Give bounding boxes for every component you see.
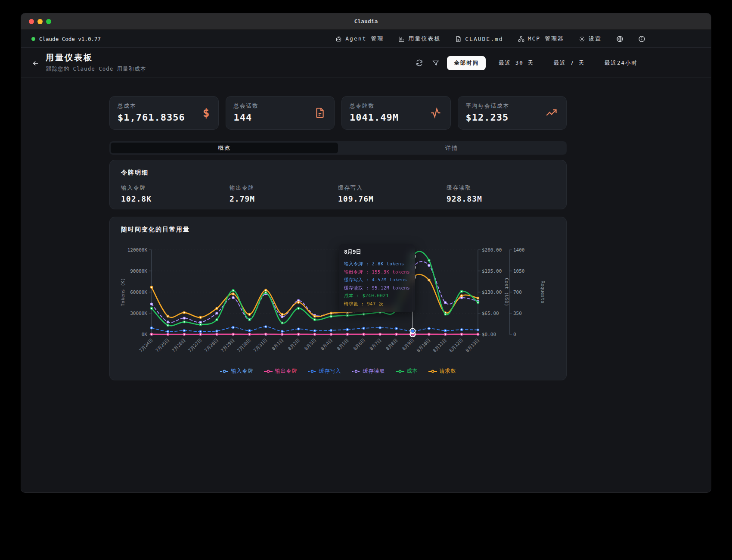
svg-text:8月2日: 8月2日 [287, 337, 301, 351]
tooltip-row: 请求数 : 947 次 [344, 300, 410, 308]
svg-text:$0.00: $0.00 [482, 332, 496, 337]
filter-last-30-days[interactable]: 最近 30 天 [492, 56, 541, 70]
arrow-left-icon [32, 59, 40, 67]
tooltip-row: 输出令牌 : 155.3K tokens [344, 268, 410, 276]
svg-text:7月25日: 7月25日 [155, 337, 171, 353]
svg-text:8月4日: 8月4日 [319, 337, 333, 351]
svg-text:8月3日: 8月3日 [303, 337, 317, 351]
svg-text:8月13日: 8月13日 [465, 337, 481, 353]
svg-text:120000K: 120000K [127, 247, 148, 253]
svg-text:8月1日: 8月1日 [270, 337, 284, 351]
window-title: Claudia [21, 13, 711, 30]
nav-agent-manager[interactable]: Agent 管理 [335, 35, 384, 43]
trending-up-icon [546, 107, 558, 119]
status-dot-icon [31, 37, 35, 41]
activity-icon [430, 107, 442, 119]
token-col-cache-read: 缓存读取 928.83M [447, 184, 555, 203]
filter-icon [432, 59, 439, 66]
app-brand: Claude Code v1.0.77 [31, 30, 101, 48]
legend-item[interactable]: 缓存读取 [352, 367, 385, 375]
nav-mcp-manager[interactable]: MCP 管理器 [518, 35, 564, 43]
stat-label: 平均每会话成本 [466, 103, 559, 110]
legend-item[interactable]: 请求数 [428, 367, 456, 375]
token-col-cache-write: 缓存写入 109.76M [338, 184, 447, 203]
svg-text:8月9日: 8月9日 [401, 337, 415, 351]
stat-value: $1,761.8356 [118, 112, 211, 123]
filter-button[interactable] [431, 58, 441, 68]
legend-item[interactable]: 缓存写入 [308, 367, 341, 375]
svg-text:7月29日: 7月29日 [220, 337, 236, 353]
menubar: Claude Code v1.0.77 Agent 管理 用量仪表板 CLAUD… [21, 30, 711, 48]
legend-marker-icon [308, 369, 316, 373]
svg-text:8月8日: 8月8日 [385, 337, 399, 351]
page-header: 用量仪表板 跟踪您的 Claude Code 用量和成本 全部时间 最近 30 … [21, 48, 711, 78]
legend-item[interactable]: 输出令牌 [264, 367, 298, 375]
dollar-icon: $ [203, 106, 210, 119]
stat-card-total-cost: 总成本 $1,761.8356 $ [109, 96, 219, 130]
refresh-icon [416, 59, 423, 66]
page-subtitle: 跟踪您的 Claude Code 用量和成本 [46, 65, 146, 73]
main-nav: Agent 管理 用量仪表板 CLAUDE.md MCP 管理器 设置 [335, 30, 645, 48]
stat-value: 144 [234, 112, 327, 123]
svg-text:8月12日: 8月12日 [448, 337, 464, 353]
file-icon [455, 36, 462, 42]
svg-text:30000K: 30000K [130, 311, 147, 316]
stat-value: 1041.49M [350, 112, 443, 123]
filter-all-time[interactable]: 全部时间 [447, 56, 486, 70]
file-text-icon [314, 107, 326, 118]
legend-label: 缓存读取 [363, 367, 385, 375]
legend-label: 缓存写入 [319, 367, 341, 375]
stat-label: 总会话数 [234, 103, 327, 110]
filter-last-7-days[interactable]: 最近 7 天 [547, 56, 592, 70]
daily-usage-chart[interactable]: 0K30000K60000K90000K120000KTokens (K)7月2… [114, 237, 563, 363]
svg-text:8月10日: 8月10日 [416, 337, 431, 353]
info-icon [638, 35, 645, 43]
tab-overview[interactable]: 概览 [111, 143, 338, 153]
nav-settings[interactable]: 设置 [579, 35, 602, 43]
token-breakdown-title: 令牌明细 [121, 169, 555, 177]
about-button[interactable] [638, 35, 645, 43]
svg-text:8月11日: 8月11日 [432, 337, 448, 353]
tooltip-rows: 输入令牌 : 2.8K tokens输出令牌 : 155.3K tokens缓存… [344, 260, 410, 308]
legend-label: 成本 [407, 367, 418, 375]
svg-text:7月31日: 7月31日 [252, 337, 268, 353]
svg-text:7月28日: 7月28日 [203, 337, 219, 353]
svg-text:90000K: 90000K [130, 268, 147, 274]
svg-text:7月26日: 7月26日 [171, 337, 186, 353]
nav-usage-dashboard[interactable]: 用量仪表板 [398, 35, 440, 43]
tab-details[interactable]: 详情 [338, 143, 565, 153]
tooltip-row: 缓存读取 : 95.12M tokens [344, 284, 410, 292]
stat-card-avg-cost: 平均每会话成本 $12.235 [458, 96, 567, 130]
legend-label: 请求数 [440, 367, 456, 375]
nav-claude-md[interactable]: CLAUDE.md [455, 36, 503, 42]
stat-label: 总令牌数 [350, 103, 443, 110]
daily-usage-chart-card: 随时间变化的日常用量 0K30000K60000K90000K120000KTo… [109, 217, 567, 380]
stat-label: 总成本 [118, 103, 211, 110]
svg-text:1050: 1050 [513, 268, 525, 274]
refresh-button[interactable] [414, 58, 425, 68]
legend-marker-icon [264, 369, 273, 373]
legend-item[interactable]: 输入令牌 [220, 367, 254, 375]
svg-text:0K: 0K [142, 332, 148, 337]
tooltip-date: 8月9日 [344, 249, 410, 256]
language-button[interactable] [616, 35, 623, 43]
token-col-input: 输入令牌 102.8K [121, 184, 230, 203]
svg-text:8月5日: 8月5日 [336, 337, 350, 351]
content-area: 总成本 $1,761.8356 $ 总会话数 144 总令牌数 1041.49M… [21, 78, 711, 493]
titlebar: Claudia [21, 13, 711, 30]
stats-row: 总成本 $1,761.8356 $ 总会话数 144 总令牌数 1041.49M… [109, 96, 567, 130]
svg-text:0: 0 [513, 332, 516, 337]
legend-marker-icon [428, 369, 437, 373]
token-breakdown-card: 令牌明细 输入令牌 102.8K 输出令牌 2.79M 缓存写入 109.76M… [109, 160, 567, 209]
legend-marker-icon [396, 369, 404, 373]
svg-text:350: 350 [513, 311, 522, 316]
globe-icon [616, 35, 623, 43]
page-title: 用量仪表板 [46, 52, 93, 63]
legend-marker-icon [352, 369, 360, 373]
filter-last-24h[interactable]: 最近24小时 [598, 56, 645, 70]
legend-item[interactable]: 成本 [396, 367, 418, 375]
time-filters: 全部时间 最近 30 天 最近 7 天 最近24小时 [414, 48, 645, 78]
tooltip-row: 缓存写入 : 4.57M tokens [344, 276, 410, 284]
svg-text:60000K: 60000K [130, 289, 147, 295]
back-button[interactable] [31, 58, 41, 68]
